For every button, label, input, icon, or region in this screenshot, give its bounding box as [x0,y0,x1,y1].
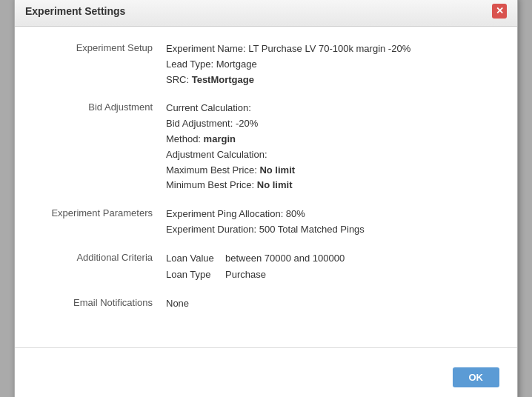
src-prefix: SRC: [166,74,192,85]
bid-adjustment-row: Bid Adjustment Current Calculation: Bid … [33,101,499,193]
experiment-setup-label: Experiment Setup [33,41,166,53]
close-button[interactable]: ✕ [492,4,507,19]
lead-type-line: Lead Type: Mortgage [166,57,499,73]
loan-type-key: Loan Type [166,267,225,283]
dialog-header: Experiment Settings ✕ [15,0,517,27]
min-prefix: Minimum Best Price: [166,179,257,190]
experiment-parameters-value: Experiment Ping Allocation: 80% Experime… [166,207,499,238]
bid-adjustment-value: Current Calculation: Bid Adjustment: -20… [166,101,499,193]
dialog-footer: OK [15,360,517,397]
email-notifications-row: Email Notifications None [33,296,499,312]
dialog-body: Experiment Setup Experiment Name: LT Pur… [15,27,517,340]
max-prefix: Maximum Best Price: [166,164,259,176]
footer-divider [15,347,517,348]
email-notifications-value: None [166,296,499,312]
email-notifications-label: Email Notifications [33,296,166,308]
max-value: No limit [259,164,295,176]
method-line: Method: margin [166,132,499,147]
adj-calc-line: Adjustment Calculation: [166,147,499,163]
additional-criteria-row: Additional Criteria Loan Value between 7… [33,251,499,284]
method-value: margin [204,133,236,144]
duration-line: Experiment Duration: 500 Total Matched P… [166,222,499,238]
src-line: SRC: TestMortgage [166,73,499,88]
dialog-overlay: Experiment Settings ✕ Experiment Setup E… [0,0,532,397]
min-value: No limit [257,179,293,190]
loan-type-val: Purchase [225,267,499,283]
bid-adjustment-label: Bid Adjustment [33,101,166,113]
method-prefix: Method: [166,133,204,144]
experiment-parameters-row: Experiment Parameters Experiment Ping Al… [33,207,499,238]
ping-allocation-line: Experiment Ping Allocation: 80% [166,207,499,222]
bid-adj-line: Bid Adjustment: -20% [166,116,499,132]
experiment-settings-dialog: Experiment Settings ✕ Experiment Setup E… [14,0,518,397]
dialog-title: Experiment Settings [25,5,125,17]
loan-value-key: Loan Value [166,251,225,267]
src-value: TestMortgage [192,74,254,85]
ok-button[interactable]: OK [453,367,500,387]
loan-value-val: between 70000 and 100000 [225,251,499,267]
experiment-parameters-label: Experiment Parameters [33,207,166,218]
current-calc-line: Current Calculation: [166,101,499,116]
experiment-setup-row: Experiment Setup Experiment Name: LT Pur… [33,41,499,87]
experiment-name-line: Experiment Name: LT Purchase LV 70-100k … [166,41,499,57]
experiment-setup-value: Experiment Name: LT Purchase LV 70-100k … [166,41,499,87]
additional-criteria-label: Additional Criteria [33,251,166,263]
criteria-table: Loan Value between 70000 and 100000 Loan… [166,251,499,284]
additional-criteria-value: Loan Value between 70000 and 100000 Loan… [166,251,499,284]
max-best-price-line: Maximum Best Price: No limit [166,163,499,179]
min-best-price-line: Minimum Best Price: No limit [166,178,499,193]
